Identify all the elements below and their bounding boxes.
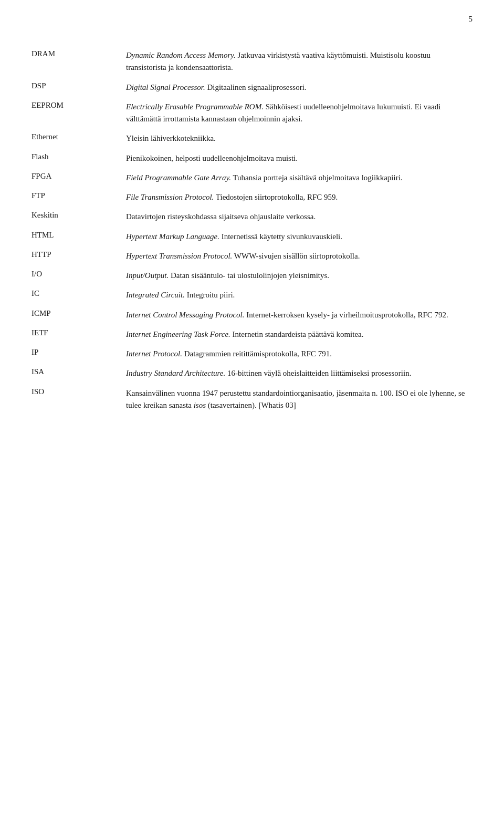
glossary-row: ICIntegrated Circuit. Integroitu piiri.: [32, 287, 472, 306]
glossary-term: IP: [32, 346, 116, 365]
glossary-definition: Electrically Erasable Programmable ROM. …: [116, 99, 472, 131]
glossary-term: IC: [32, 287, 116, 306]
glossary-definition: Field Programmable Gate Array. Tuhansia …: [116, 170, 472, 189]
glossary-term: ISA: [32, 365, 116, 385]
glossary-definition: Internet Control Messaging Protocol. Int…: [116, 307, 472, 326]
glossary-row: ISAIndustry Standard Architecture. 16-bi…: [32, 365, 472, 385]
glossary-row: I/OInput/Output. Datan sisääntulo- tai u…: [32, 267, 472, 287]
glossary-term: FPGA: [32, 170, 116, 189]
glossary-definition: Digital Signal Processor. Digitaalinen s…: [116, 79, 472, 99]
glossary-term: Keskitin: [32, 209, 116, 228]
glossary-term: ISO: [32, 385, 116, 417]
glossary-term: FTP: [32, 189, 116, 209]
glossary-definition: Internet Engineering Task Force. Interne…: [116, 326, 472, 346]
glossary-definition: Kansainvälinen vuonna 1947 perustettu st…: [116, 385, 472, 417]
glossary-term: DRAM: [32, 47, 116, 79]
glossary-row: HTMLHypertext Markup Language. Interneti…: [32, 229, 472, 248]
glossary-row: FPGAField Programmable Gate Array. Tuhan…: [32, 170, 472, 189]
glossary-row: KeskitinDatavirtojen risteyskohdassa sij…: [32, 209, 472, 228]
glossary-term: HTTP: [32, 248, 116, 267]
glossary-definition: Yleisin lähiverkkotekniikka.: [116, 130, 472, 150]
glossary-definition: Industry Standard Architecture. 16-bitti…: [116, 365, 472, 385]
glossary-row: ISOKansainvälinen vuonna 1947 perustettu…: [32, 385, 472, 417]
glossary-definition: Integrated Circuit. Integroitu piiri.: [116, 287, 472, 306]
glossary-row: DSPDigital Signal Processor. Digitaaline…: [32, 79, 472, 99]
glossary-term: ICMP: [32, 307, 116, 326]
glossary-table: DRAMDynamic Random Access Memory. Jatkuv…: [32, 47, 472, 417]
glossary-row: EthernetYleisin lähiverkkotekniikka.: [32, 130, 472, 150]
glossary-term: IETF: [32, 326, 116, 346]
glossary-term: I/O: [32, 267, 116, 287]
glossary-term: DSP: [32, 79, 116, 99]
glossary-definition: Hypertext Transmission Protocol. WWW-siv…: [116, 248, 472, 267]
glossary-definition: Input/Output. Datan sisääntulo- tai ulos…: [116, 267, 472, 287]
page-content: DRAMDynamic Random Access Memory. Jatkuv…: [0, 11, 504, 448]
glossary-row: EEPROMElectrically Erasable Programmable…: [32, 99, 472, 131]
glossary-definition: Dynamic Random Access Memory. Jatkuvaa v…: [116, 47, 472, 79]
glossary-row: FTPFile Transmission Protocol. Tiedostoj…: [32, 189, 472, 209]
glossary-definition: Pienikokoinen, helposti uudelleenohjelmo…: [116, 150, 472, 170]
glossary-row: IPInternet Protocol. Datagrammien reitit…: [32, 346, 472, 365]
glossary-term: Ethernet: [32, 130, 116, 150]
glossary-definition: Hypertext Markup Language. Internetissä …: [116, 229, 472, 248]
glossary-term: HTML: [32, 229, 116, 248]
glossary-row: IETFInternet Engineering Task Force. Int…: [32, 326, 472, 346]
page-number: 5: [469, 15, 473, 24]
glossary-row: ICMPInternet Control Messaging Protocol.…: [32, 307, 472, 326]
glossary-row: HTTPHypertext Transmission Protocol. WWW…: [32, 248, 472, 267]
glossary-row: FlashPienikokoinen, helposti uudelleenoh…: [32, 150, 472, 170]
glossary-definition: Internet Protocol. Datagrammien reitittä…: [116, 346, 472, 365]
glossary-row: DRAMDynamic Random Access Memory. Jatkuv…: [32, 47, 472, 79]
glossary-definition: Datavirtojen risteyskohdassa sijaitseva …: [116, 209, 472, 228]
glossary-term: EEPROM: [32, 99, 116, 131]
glossary-term: Flash: [32, 150, 116, 170]
glossary-definition: File Transmission Protocol. Tiedostojen …: [116, 189, 472, 209]
